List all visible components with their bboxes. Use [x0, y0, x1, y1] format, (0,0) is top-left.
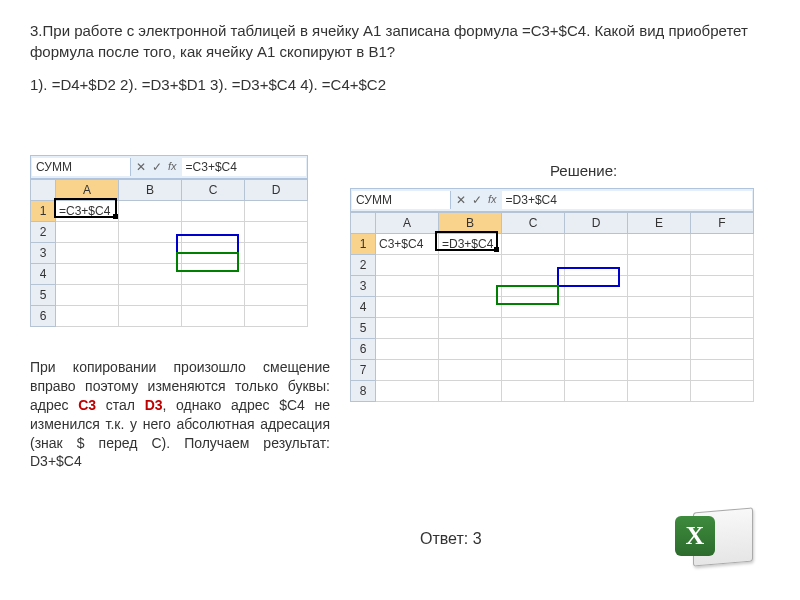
row-header[interactable]: 1 — [351, 234, 376, 255]
row-header[interactable]: 6 — [351, 339, 376, 360]
col-header[interactable]: A — [56, 180, 119, 201]
name-box[interactable]: СУММ — [352, 191, 451, 209]
name-box[interactable]: СУММ — [32, 158, 131, 176]
cell-a1[interactable]: =C3+$C4 — [56, 201, 119, 222]
row-header[interactable]: 5 — [31, 285, 56, 306]
answer-text: Ответ: 3 — [420, 530, 482, 548]
row-header[interactable]: 8 — [351, 381, 376, 402]
fx-icon[interactable]: fx — [488, 193, 497, 207]
col-header[interactable]: D — [565, 213, 628, 234]
cell[interactable] — [182, 201, 245, 222]
row-header[interactable]: 1 — [31, 201, 56, 222]
row-header[interactable]: 3 — [351, 276, 376, 297]
formula-bar: СУММ ✕ ✓ fx =D3+$C4 — [350, 188, 754, 212]
cancel-icon[interactable]: ✕ — [456, 193, 466, 207]
cell[interactable] — [245, 201, 308, 222]
row-header[interactable]: 2 — [31, 222, 56, 243]
excel-screenshot-2: СУММ ✕ ✓ fx =D3+$C4 A B C D E F 1 C3+$C4… — [350, 188, 754, 402]
formula-bar: СУММ ✕ ✓ fx =C3+$C4 — [30, 155, 308, 179]
worksheet-grid[interactable]: A B C D E F 1 C3+$C4 =D3+$C4 2 3 4 5 6 7… — [350, 212, 754, 402]
col-header[interactable]: E — [628, 213, 691, 234]
excel-logo-icon: X — [675, 504, 755, 568]
col-header[interactable]: C — [502, 213, 565, 234]
formula-input[interactable]: =C3+$C4 — [182, 158, 306, 176]
formula-input[interactable]: =D3+$C4 — [502, 191, 752, 209]
row-header[interactable]: 7 — [351, 360, 376, 381]
cell-a1[interactable]: C3+$C4 — [376, 234, 439, 255]
col-header[interactable]: D — [245, 180, 308, 201]
col-header[interactable]: A — [376, 213, 439, 234]
col-header[interactable]: F — [691, 213, 754, 234]
row-header[interactable]: 3 — [31, 243, 56, 264]
fx-icon[interactable]: fx — [168, 160, 177, 174]
answer-options: 1). =D4+$D2 2). =D3+$D1 3). =D3+$C4 4). … — [30, 76, 770, 93]
solution-label: Решение: — [550, 162, 617, 179]
row-header[interactable]: 4 — [31, 264, 56, 285]
col-header[interactable]: B — [439, 213, 502, 234]
cell[interactable] — [119, 201, 182, 222]
row-header[interactable]: 6 — [31, 306, 56, 327]
row-header[interactable]: 4 — [351, 297, 376, 318]
corner-cell[interactable] — [31, 180, 56, 201]
col-header[interactable]: C — [182, 180, 245, 201]
row-header[interactable]: 5 — [351, 318, 376, 339]
enter-icon[interactable]: ✓ — [472, 193, 482, 207]
row-header[interactable]: 2 — [351, 255, 376, 276]
explanation-text: При копировании произошло смещение вправ… — [30, 358, 330, 471]
corner-cell[interactable] — [351, 213, 376, 234]
col-header[interactable]: B — [119, 180, 182, 201]
cancel-icon[interactable]: ✕ — [136, 160, 146, 174]
enter-icon[interactable]: ✓ — [152, 160, 162, 174]
cell-b1[interactable]: =D3+$C4 — [439, 234, 502, 255]
question-text: 3.При работе с электронной таблицей в яч… — [30, 20, 770, 62]
excel-screenshot-1: СУММ ✕ ✓ fx =C3+$C4 A B C D 1 =C3+$C4 2 … — [30, 155, 308, 327]
worksheet-grid[interactable]: A B C D 1 =C3+$C4 2 3 4 5 6 — [30, 179, 308, 327]
